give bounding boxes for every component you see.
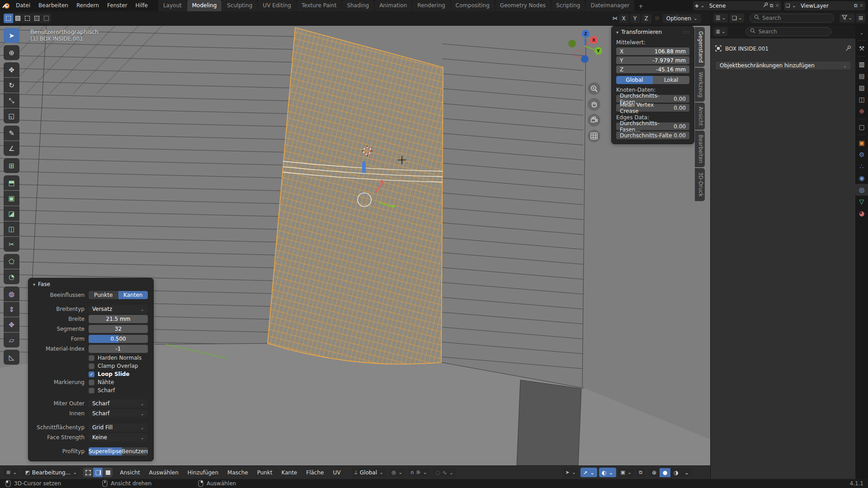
- miter-inner-dropdown[interactable]: Scharf⌄: [89, 409, 148, 418]
- tab-constraints[interactable]: ◎: [855, 184, 868, 196]
- sidebar-tab-werkzeug[interactable]: Werkzeug: [695, 68, 705, 102]
- outliner-editor-type-button[interactable]: ☰⌄: [713, 14, 728, 23]
- snap-widget[interactable]: ∩ ⊪⌄: [408, 468, 430, 477]
- tab-particles[interactable]: ∴: [855, 160, 868, 172]
- tab-scene[interactable]: ◫: [855, 94, 868, 105]
- properties-search-input[interactable]: Search: [745, 27, 831, 36]
- filter-button[interactable]: ⌄: [840, 14, 854, 23]
- tab-scripting[interactable]: Scripting: [551, 0, 585, 11]
- space-local-button[interactable]: Lokal: [653, 76, 689, 84]
- menu-auswaehlen[interactable]: Auswählen: [145, 469, 183, 476]
- tool-annotate[interactable]: ✎: [4, 126, 19, 141]
- profile-superellipse-button[interactable]: Superellipse: [89, 447, 122, 455]
- mode-dropdown[interactable]: ◩ Bearbeitung... ⌄: [22, 468, 80, 477]
- segments-field[interactable]: 32: [89, 325, 148, 333]
- tool-rip-region[interactable]: ◺: [4, 350, 19, 365]
- edge-bevel-weight-field[interactable]: Durchschnitts-Fasen...0.00: [616, 122, 689, 130]
- viewlayer-selector[interactable]: ❏ ⌄ ViewLayer ⧉ ✕: [784, 1, 865, 10]
- space-global-button[interactable]: Global: [616, 76, 653, 84]
- tool-smooth[interactable]: ◍: [4, 286, 19, 301]
- collapse-chevron-icon[interactable]: ▾: [616, 30, 618, 35]
- profile-custom-button[interactable]: Benutzerdef...: [122, 447, 148, 455]
- options-dropdown[interactable]: Optionen ⌄: [663, 14, 701, 23]
- tab-uv-editing[interactable]: UV Editing: [258, 0, 296, 11]
- mirror-x-button[interactable]: X: [619, 14, 629, 23]
- tab-sculpting[interactable]: Sculpting: [222, 0, 257, 11]
- median-y-field[interactable]: Y-7.9797 mm: [616, 56, 689, 64]
- add-constraint-button[interactable]: Objektbeschränkungen hinzufügen ⌄: [715, 61, 851, 70]
- properties-editor-type-button[interactable]: ≣⌄: [713, 27, 727, 36]
- local-view-dropdown[interactable]: ▣⌄: [618, 468, 635, 477]
- gizmo-axis-y-neg[interactable]: [568, 40, 576, 47]
- camera-view-button[interactable]: [588, 114, 600, 127]
- gizmos-toggle[interactable]: ➚⌄: [580, 468, 597, 477]
- tool-loop-cut[interactable]: ◫: [4, 221, 19, 236]
- breadcrumb-object-name[interactable]: BOX INSIDE.001: [725, 46, 769, 52]
- shading-wireframe-button[interactable]: ⊕: [649, 468, 660, 477]
- snap-base-icon[interactable]: ∷: [653, 15, 661, 21]
- menu-fenster[interactable]: Fenster: [103, 0, 132, 11]
- tab-modeling[interactable]: Modeling: [187, 0, 222, 11]
- miter-outer-dropdown[interactable]: Scharf⌄: [89, 399, 148, 408]
- affect-edges-button[interactable]: Kanten: [118, 291, 148, 299]
- tab-shading[interactable]: Shading: [342, 0, 374, 11]
- drag-handle[interactable]: ∷∷: [683, 30, 689, 35]
- tab-modifiers[interactable]: ⚙: [855, 149, 868, 160]
- tab-dateimanager[interactable]: Dateimanager: [585, 0, 634, 11]
- select-mode-intersect[interactable]: [42, 14, 51, 23]
- material-index-field[interactable]: -1: [89, 345, 148, 353]
- tool-measure[interactable]: ∠: [4, 141, 19, 156]
- collapse-chevron-icon[interactable]: ▾: [33, 282, 35, 287]
- blender-logo-icon[interactable]: [0, 0, 12, 11]
- show-gizmo-dropdown[interactable]: ➤⌄: [562, 468, 578, 477]
- tool-select-box[interactable]: ➤: [4, 28, 19, 43]
- tab-geometry-nodes[interactable]: Geometry Nodes: [495, 0, 551, 11]
- sidebar-tab-ansicht[interactable]: Ansicht: [695, 103, 705, 130]
- scene-name[interactable]: Scene: [707, 3, 761, 9]
- tool-rotate[interactable]: ↻: [4, 78, 19, 93]
- menu-punkt[interactable]: Punkt: [253, 469, 277, 476]
- median-z-field[interactable]: Z-45.16 mm: [616, 66, 689, 73]
- pin-icon[interactable]: [845, 45, 851, 53]
- vertex-select-button[interactable]: [83, 468, 93, 477]
- shading-dropdown[interactable]: ⌄: [681, 468, 692, 477]
- tab-world[interactable]: ⊕: [855, 105, 868, 117]
- face-select-button[interactable]: [103, 468, 113, 477]
- tab-render[interactable]: ▥: [855, 58, 868, 70]
- overlays-toggle[interactable]: ◐⌄: [599, 468, 616, 477]
- tab-object-data[interactable]: ▽: [855, 196, 868, 207]
- shading-solid-button[interactable]: ●: [660, 468, 670, 477]
- viewport-3d[interactable]: Benutzerorthographisch (1) BOX INSIDE.00…: [0, 26, 710, 465]
- median-x-field[interactable]: X106.88 mm: [616, 47, 689, 55]
- new-collection-button[interactable]: ⊞: [856, 14, 865, 23]
- tool-knife[interactable]: ✂: [4, 237, 19, 252]
- tool-shear[interactable]: ▱: [4, 333, 19, 347]
- select-mode-invert[interactable]: [32, 14, 42, 23]
- gizmo-axis-x-neg[interactable]: [575, 50, 582, 57]
- mirror-z-button[interactable]: Z: [642, 14, 651, 23]
- tool-shrink-fatten[interactable]: ✥: [4, 317, 19, 332]
- loop-slide-checkbox[interactable]: ✓: [89, 371, 94, 377]
- shape-slider[interactable]: 0.500: [89, 335, 148, 343]
- tool-inset-faces[interactable]: ▣: [4, 191, 19, 206]
- mark-sharp-checkbox[interactable]: [89, 388, 94, 394]
- gizmo-axis-x[interactable]: X: [590, 36, 598, 44]
- proportional-editing-widget[interactable]: ◌ ∿⌄: [433, 468, 457, 477]
- new-scene-icon[interactable]: ⧉: [770, 3, 774, 9]
- tab-layout[interactable]: Layout: [158, 0, 187, 11]
- tab-collection[interactable]: ▢: [855, 121, 868, 133]
- gizmo-axis-z[interactable]: Z: [582, 30, 590, 38]
- width-field[interactable]: 21.5 mm: [89, 315, 148, 323]
- menu-rendern[interactable]: Rendern: [72, 0, 103, 11]
- outliner-search-input[interactable]: Search: [750, 14, 834, 23]
- tool-poly-build[interactable]: ⬠: [4, 254, 19, 269]
- scene-selector[interactable]: ◈ ⌄ Scene ⧉ ✕: [693, 1, 781, 10]
- pan-view-button[interactable]: [588, 98, 600, 111]
- editor-type-button[interactable]: ⊞⌄: [4, 468, 19, 477]
- mean-vertex-crease-field[interactable]: Mean Vertex Crease0.00: [616, 104, 689, 112]
- tab-rendering[interactable]: Rendering: [412, 0, 450, 11]
- close-icon[interactable]: ✕: [775, 3, 779, 9]
- pin-icon[interactable]: [763, 2, 768, 9]
- select-mode-subtract[interactable]: [23, 14, 32, 23]
- navigation-gizmo[interactable]: Z X Y: [566, 28, 606, 68]
